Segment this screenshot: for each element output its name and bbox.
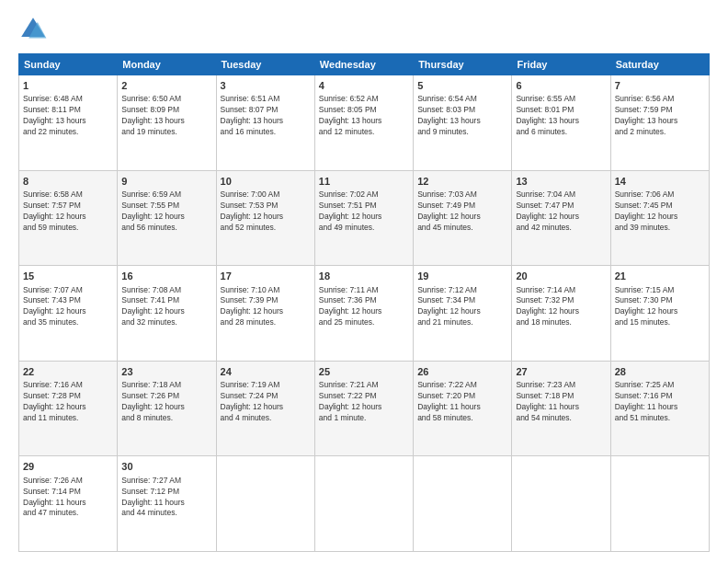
day-info: Sunrise: 7:26 AM Sunset: 7:14 PM Dayligh… (23, 476, 113, 520)
calendar-cell: 4Sunrise: 6:52 AM Sunset: 8:05 PM Daylig… (314, 75, 413, 171)
calendar-cell: 13Sunrise: 7:04 AM Sunset: 7:47 PM Dayli… (512, 170, 610, 266)
day-number: 10 (221, 175, 311, 189)
col-header-sunday: Sunday (19, 54, 118, 75)
day-info: Sunrise: 6:48 AM Sunset: 8:11 PM Dayligh… (23, 94, 113, 138)
day-info: Sunrise: 7:00 AM Sunset: 7:53 PM Dayligh… (221, 190, 311, 234)
calendar-cell: 2Sunrise: 6:50 AM Sunset: 8:09 PM Daylig… (118, 75, 216, 171)
calendar-cell: 11Sunrise: 7:02 AM Sunset: 7:51 PM Dayli… (314, 170, 413, 266)
day-info: Sunrise: 6:52 AM Sunset: 8:05 PM Dayligh… (319, 94, 409, 138)
day-number: 14 (615, 175, 705, 189)
calendar-cell: 20Sunrise: 7:14 AM Sunset: 7:32 PM Dayli… (512, 266, 610, 362)
calendar-cell: 26Sunrise: 7:22 AM Sunset: 7:20 PM Dayli… (414, 361, 512, 456)
day-number: 23 (121, 365, 211, 379)
day-number: 26 (417, 365, 507, 379)
col-header-saturday: Saturday (610, 54, 709, 75)
calendar-cell: 23Sunrise: 7:18 AM Sunset: 7:26 PM Dayli… (118, 361, 216, 456)
day-number: 21 (615, 270, 705, 283)
calendar-cell: 14Sunrise: 7:06 AM Sunset: 7:45 PM Dayli… (610, 170, 709, 266)
col-header-monday: Monday (118, 54, 216, 75)
day-info: Sunrise: 7:10 AM Sunset: 7:39 PM Dayligh… (221, 285, 311, 329)
day-info: Sunrise: 7:16 AM Sunset: 7:28 PM Dayligh… (23, 380, 113, 424)
day-number: 11 (319, 175, 409, 189)
calendar-cell: 21Sunrise: 7:15 AM Sunset: 7:30 PM Dayli… (610, 266, 709, 362)
week-row-5: 29Sunrise: 7:26 AM Sunset: 7:14 PM Dayli… (19, 456, 710, 552)
calendar-cell: 7Sunrise: 6:56 AM Sunset: 7:59 PM Daylig… (610, 75, 709, 171)
day-number: 18 (319, 270, 409, 283)
day-info: Sunrise: 7:08 AM Sunset: 7:41 PM Dayligh… (121, 285, 211, 329)
day-info: Sunrise: 6:54 AM Sunset: 8:03 PM Dayligh… (417, 94, 507, 138)
day-info: Sunrise: 7:22 AM Sunset: 7:20 PM Dayligh… (417, 380, 507, 424)
day-info: Sunrise: 7:18 AM Sunset: 7:26 PM Dayligh… (121, 380, 211, 424)
week-row-4: 22Sunrise: 7:16 AM Sunset: 7:28 PM Dayli… (19, 361, 710, 456)
calendar-cell (216, 456, 314, 552)
calendar-cell: 16Sunrise: 7:08 AM Sunset: 7:41 PM Dayli… (118, 266, 216, 362)
day-info: Sunrise: 6:51 AM Sunset: 8:07 PM Dayligh… (221, 94, 311, 138)
day-info: Sunrise: 6:50 AM Sunset: 8:09 PM Dayligh… (121, 94, 211, 138)
calendar-cell: 28Sunrise: 7:25 AM Sunset: 7:16 PM Dayli… (610, 361, 709, 456)
day-info: Sunrise: 7:12 AM Sunset: 7:34 PM Dayligh… (417, 285, 507, 329)
col-header-wednesday: Wednesday (314, 54, 413, 75)
day-number: 8 (23, 175, 113, 189)
day-number: 17 (221, 270, 311, 283)
day-number: 7 (615, 79, 705, 93)
day-info: Sunrise: 6:56 AM Sunset: 7:59 PM Dayligh… (615, 94, 705, 138)
calendar-cell: 24Sunrise: 7:19 AM Sunset: 7:24 PM Dayli… (216, 361, 314, 456)
day-number: 12 (417, 175, 507, 189)
day-number: 27 (516, 365, 606, 379)
calendar-cell: 3Sunrise: 6:51 AM Sunset: 8:07 PM Daylig… (216, 75, 314, 171)
col-header-friday: Friday (512, 54, 610, 75)
calendar-cell: 19Sunrise: 7:12 AM Sunset: 7:34 PM Dayli… (414, 266, 512, 362)
logo (18, 15, 51, 44)
calendar-cell: 29Sunrise: 7:26 AM Sunset: 7:14 PM Dayli… (19, 456, 118, 552)
day-number: 19 (417, 270, 507, 283)
calendar-cell: 1Sunrise: 6:48 AM Sunset: 8:11 PM Daylig… (19, 75, 118, 171)
day-number: 22 (23, 365, 113, 379)
week-row-1: 1Sunrise: 6:48 AM Sunset: 8:11 PM Daylig… (19, 75, 710, 171)
day-info: Sunrise: 7:04 AM Sunset: 7:47 PM Dayligh… (516, 190, 606, 234)
calendar-cell: 25Sunrise: 7:21 AM Sunset: 7:22 PM Dayli… (314, 361, 413, 456)
calendar-cell (512, 456, 610, 552)
day-number: 24 (221, 365, 311, 379)
day-info: Sunrise: 7:07 AM Sunset: 7:43 PM Dayligh… (23, 285, 113, 329)
day-info: Sunrise: 7:19 AM Sunset: 7:24 PM Dayligh… (221, 380, 311, 424)
day-info: Sunrise: 6:55 AM Sunset: 8:01 PM Dayligh… (516, 94, 606, 138)
day-info: Sunrise: 7:11 AM Sunset: 7:36 PM Dayligh… (319, 285, 409, 329)
calendar-cell: 22Sunrise: 7:16 AM Sunset: 7:28 PM Dayli… (19, 361, 118, 456)
day-number: 29 (23, 460, 113, 474)
header-row: SundayMondayTuesdayWednesdayThursdayFrid… (19, 54, 710, 75)
day-number: 4 (319, 79, 409, 93)
page: SundayMondayTuesdayWednesdayThursdayFrid… (0, 0, 728, 563)
day-number: 9 (121, 175, 211, 189)
day-info: Sunrise: 7:06 AM Sunset: 7:45 PM Dayligh… (615, 190, 705, 234)
col-header-thursday: Thursday (414, 54, 512, 75)
logo-icon (18, 15, 48, 44)
calendar-cell: 6Sunrise: 6:55 AM Sunset: 8:01 PM Daylig… (512, 75, 610, 171)
day-info: Sunrise: 7:21 AM Sunset: 7:22 PM Dayligh… (319, 380, 409, 424)
header (18, 15, 710, 44)
day-info: Sunrise: 7:02 AM Sunset: 7:51 PM Dayligh… (319, 190, 409, 234)
day-number: 6 (516, 79, 606, 93)
calendar-cell: 18Sunrise: 7:11 AM Sunset: 7:36 PM Dayli… (314, 266, 413, 362)
calendar-cell: 9Sunrise: 6:59 AM Sunset: 7:55 PM Daylig… (118, 170, 216, 266)
day-number: 28 (615, 365, 705, 379)
day-number: 20 (516, 270, 606, 283)
day-info: Sunrise: 7:14 AM Sunset: 7:32 PM Dayligh… (516, 285, 606, 329)
day-number: 2 (121, 79, 211, 93)
day-info: Sunrise: 7:15 AM Sunset: 7:30 PM Dayligh… (615, 285, 705, 329)
calendar-cell: 5Sunrise: 6:54 AM Sunset: 8:03 PM Daylig… (414, 75, 512, 171)
day-info: Sunrise: 6:59 AM Sunset: 7:55 PM Dayligh… (121, 190, 211, 234)
day-info: Sunrise: 7:27 AM Sunset: 7:12 PM Dayligh… (121, 476, 211, 520)
day-info: Sunrise: 7:23 AM Sunset: 7:18 PM Dayligh… (516, 380, 606, 424)
day-number: 16 (121, 270, 211, 283)
day-number: 13 (516, 175, 606, 189)
day-number: 5 (417, 79, 507, 93)
day-number: 25 (319, 365, 409, 379)
calendar-cell: 8Sunrise: 6:58 AM Sunset: 7:57 PM Daylig… (19, 170, 118, 266)
calendar-cell (314, 456, 413, 552)
calendar-cell: 17Sunrise: 7:10 AM Sunset: 7:39 PM Dayli… (216, 266, 314, 362)
day-info: Sunrise: 7:03 AM Sunset: 7:49 PM Dayligh… (417, 190, 507, 234)
calendar-cell: 27Sunrise: 7:23 AM Sunset: 7:18 PM Dayli… (512, 361, 610, 456)
day-info: Sunrise: 6:58 AM Sunset: 7:57 PM Dayligh… (23, 190, 113, 234)
day-number: 1 (23, 79, 113, 93)
week-row-3: 15Sunrise: 7:07 AM Sunset: 7:43 PM Dayli… (19, 266, 710, 362)
